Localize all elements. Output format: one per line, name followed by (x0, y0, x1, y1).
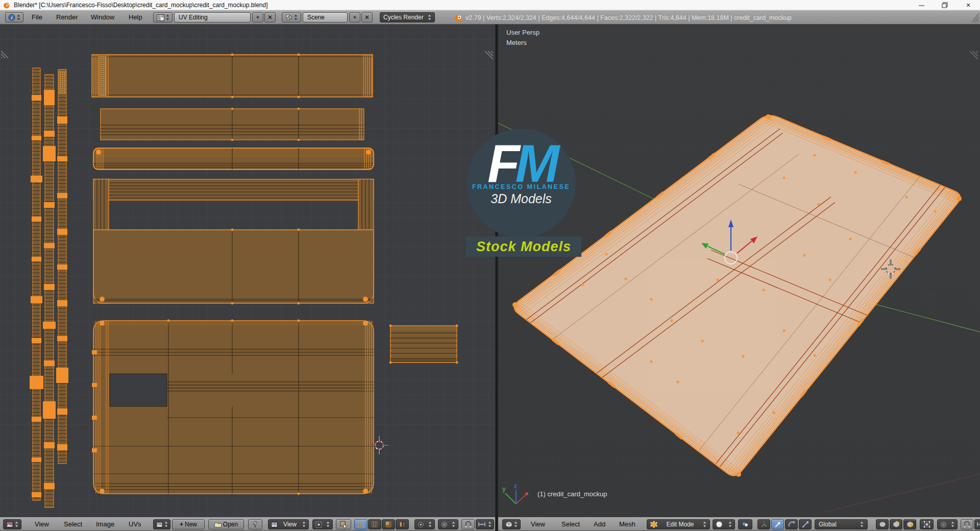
screen-layout-icon (157, 14, 164, 21)
magnet-icon (465, 521, 472, 528)
open-button-label: Open (223, 521, 238, 528)
close-icon: ✕ (267, 14, 273, 21)
delete-scene-button[interactable]: ✕ (361, 12, 373, 22)
close-button[interactable]: ✕ (957, 0, 980, 10)
uv-island-strip-3[interactable] (56, 69, 68, 464)
face-select-mode-button[interactable] (903, 519, 916, 529)
image-datablock-icon (271, 522, 278, 527)
uv-select-mode-vertex-button[interactable] (354, 519, 368, 529)
manipulator-rotate-button[interactable] (785, 519, 798, 529)
screen-layout-name-field[interactable]: UV Editing (174, 12, 251, 22)
spinner-arrows-icon (17, 14, 20, 20)
add-scene-button[interactable]: + (349, 12, 360, 22)
snap-toggle-button[interactable] (461, 519, 475, 529)
render-preview-toggle-button[interactable] (738, 519, 752, 529)
uv-island-strips-2[interactable] (101, 108, 364, 141)
menu-window[interactable]: Window (91, 13, 114, 21)
image-browse-dropdown[interactable] (153, 519, 170, 529)
uv-select-mode-island-button[interactable] (396, 519, 409, 529)
pivot-dropdown[interactable] (312, 519, 333, 529)
edit-mode-icon (650, 521, 657, 528)
uv-menu-view[interactable]: View (35, 520, 49, 528)
v3d-menu-select[interactable]: Select (561, 520, 580, 528)
v3d-menu-mesh[interactable]: Mesh (619, 520, 635, 528)
uv-menu-select[interactable]: Select (64, 520, 82, 528)
uv-vertex-mode-icon (357, 521, 364, 528)
screen-layout-icon-button[interactable] (153, 12, 173, 22)
spinner-arrows-icon (166, 14, 169, 20)
image-datablock-icon (156, 522, 163, 527)
transform-orientation-dropdown[interactable]: Global (815, 519, 868, 529)
manipulator-toggle-button[interactable] (757, 519, 770, 529)
scene-icon-button[interactable] (282, 12, 301, 22)
active-object-label: (1) credit_card_mockup (537, 490, 607, 498)
falloff-dropdown[interactable] (438, 519, 458, 529)
uv-island-rounded-bar[interactable] (93, 148, 374, 170)
area-corner-grip[interactable] (970, 51, 978, 59)
blender-logo-icon (3, 2, 10, 9)
scene-name-field[interactable]: Scene (303, 12, 348, 22)
minimize-icon (919, 3, 924, 8)
viewport-shading-dropdown[interactable] (713, 519, 735, 529)
add-screen-layout-button[interactable]: + (252, 12, 263, 22)
render-engine-dropdown[interactable]: Cycles Render (380, 12, 435, 22)
limit-to-visible-button[interactable] (920, 519, 934, 529)
snap-toggle-button-3d[interactable] (961, 519, 973, 529)
uv-island-bottom[interactable] (92, 320, 374, 495)
spinner-arrows-icon (326, 521, 330, 527)
spinner-arrows-icon (488, 521, 492, 527)
occlude-geometry-icon (923, 521, 930, 528)
proportional-edit-dropdown[interactable] (414, 519, 435, 529)
snap-element-dropdown-3d[interactable] (974, 519, 980, 529)
info-icon: i (8, 14, 15, 21)
menu-help[interactable]: Help (129, 13, 142, 21)
uv-editor-header: View Select Image UVs + New Open (0, 517, 495, 531)
translate-arrow-icon (774, 521, 781, 528)
uv-editor-canvas[interactable] (0, 25, 495, 517)
uv-sync-select-button[interactable] (336, 519, 351, 529)
image-new-button[interactable]: + New (172, 519, 205, 529)
delete-screen-layout-button[interactable]: ✕ (264, 12, 276, 22)
uv-island-frame[interactable] (93, 179, 374, 304)
proportional-edit-icon (418, 521, 424, 528)
proportional-edit-dropdown-3d[interactable] (937, 519, 958, 529)
manipulator-translate-button[interactable] (771, 519, 784, 529)
mode-dropdown[interactable]: Edit Mode (647, 519, 710, 529)
menu-render[interactable]: Render (56, 13, 78, 21)
restore-button[interactable] (933, 0, 957, 10)
uv-menu-image[interactable]: Image (96, 520, 114, 528)
v3d-menu-add[interactable]: Add (594, 520, 605, 528)
menu-file[interactable]: File (32, 13, 42, 21)
image-open-button[interactable]: Open (208, 519, 244, 529)
credit-card-mesh[interactable] (511, 114, 963, 478)
v3d-menu-view[interactable]: View (531, 520, 545, 528)
plus-icon: + (353, 14, 356, 21)
uv-select-mode-edge-button[interactable] (368, 519, 381, 529)
plus-icon: + (256, 14, 259, 21)
uv-select-mode-face-button[interactable] (382, 519, 395, 529)
new-button-label: New (185, 521, 197, 528)
edge-select-mode-button[interactable] (890, 519, 902, 529)
spinner-arrows-icon (951, 521, 954, 527)
vertex-select-mode-button[interactable] (876, 519, 889, 529)
mode-value: Edit Mode (666, 521, 694, 528)
minimize-button[interactable] (910, 0, 933, 10)
uv-editor-viewport[interactable] (0, 25, 495, 517)
uv-display-dropdown[interactable]: View (268, 519, 309, 529)
uv-sync-icon (340, 521, 348, 528)
3d-viewport[interactable]: y z User Persp Meters (1) credit_card_mo… (498, 25, 980, 517)
editor-type-3dview-button[interactable] (502, 519, 521, 529)
uv-island-strip-2[interactable] (43, 75, 56, 508)
snap-element-dropdown[interactable] (476, 519, 494, 529)
uv-island-top[interactable] (92, 54, 373, 99)
uv-menu-uvs[interactable]: UVs (129, 520, 141, 528)
window-title: Blender* [C:\Users\Francesco-Fisso\Deskt… (14, 2, 268, 9)
uv-island-small[interactable] (389, 325, 458, 364)
image-pin-button[interactable] (248, 519, 262, 529)
title-bar: Blender* [C:\Users\Francesco-Fisso\Deskt… (0, 0, 980, 10)
header-grip-icon[interactable] (970, 12, 979, 22)
manipulator-scale-button[interactable] (799, 519, 812, 529)
3d-viewport-canvas[interactable]: y z (498, 25, 980, 517)
editor-type-info-button[interactable]: i (5, 12, 23, 22)
editor-type-image-button[interactable] (3, 519, 21, 529)
